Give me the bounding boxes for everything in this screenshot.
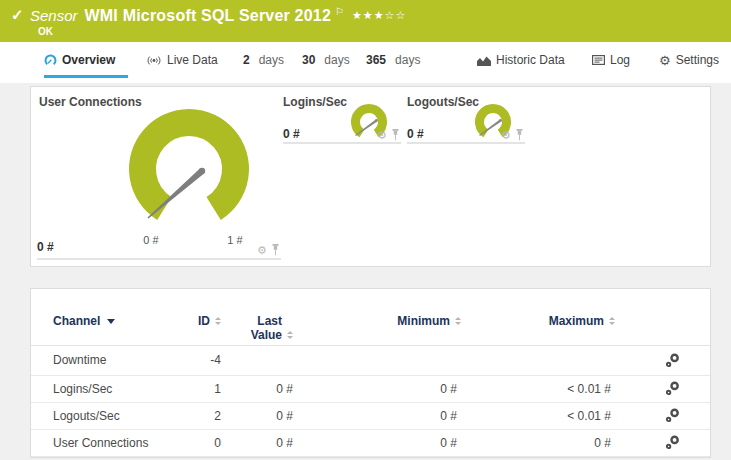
tab-2-days[interactable]: 2 days — [243, 53, 284, 67]
edit-channel-button[interactable] — [661, 429, 683, 456]
active-tab-underline — [44, 75, 128, 78]
tab-bar: Overview Live Data 2 days 30 days 365 — [0, 42, 731, 83]
gauge-settings-gear-icon[interactable]: ⚙ — [501, 130, 511, 141]
live-broadcast-icon — [146, 55, 162, 66]
tab-overview[interactable]: Overview — [44, 53, 115, 67]
sort-toggle-icon — [455, 317, 461, 325]
tab-log[interactable]: Log — [592, 53, 630, 67]
edit-channel-button[interactable] — [661, 375, 683, 402]
table-row-downtime: Downtime -4 — [31, 345, 710, 376]
gauges-panel: User Connections 0 # 1 # 0 # ⚙ Logins/Se… — [30, 86, 711, 267]
column-header-channel-label: Channel — [53, 314, 100, 328]
channel-minimum: 0 # — [351, 375, 457, 402]
gauge-divider — [407, 142, 525, 144]
gauge-logouts-value: 0 # — [407, 127, 424, 141]
channel-minimum: 0 # — [351, 402, 457, 429]
column-header-channel[interactable]: Channel — [53, 314, 115, 328]
tab-live-data[interactable]: Live Data — [146, 53, 218, 67]
column-header-maximum[interactable]: Maximum — [501, 314, 615, 328]
channel-last-value: 0 # — [231, 375, 293, 402]
tab-365-days-unit: days — [395, 53, 420, 67]
channel-id: 2 — [171, 402, 221, 429]
tab-365-days-number: 365 — [366, 53, 386, 67]
gauge-settings-gear-icon[interactable]: ⚙ — [377, 130, 387, 141]
tab-365-days[interactable]: 365 days — [366, 53, 420, 67]
channel-id: -4 — [171, 345, 221, 375]
channel-name[interactable]: User Connections — [53, 429, 183, 456]
gears-icon — [665, 381, 680, 396]
gauge-corner-icons: ⚙ — [257, 244, 280, 256]
pin-icon[interactable] — [271, 244, 280, 256]
tab-30-days-unit: days — [324, 53, 349, 67]
channel-last-value: 0 # — [231, 429, 293, 456]
gauge-settings-gear-icon[interactable]: ⚙ — [257, 245, 267, 256]
channel-maximum: < 0.01 # — [501, 375, 611, 402]
user-connections-gauge[interactable] — [127, 107, 253, 233]
gauge-corner-icons: ⚙ — [501, 129, 524, 141]
channel-maximum: 0 # — [501, 429, 611, 456]
pin-icon[interactable] — [391, 129, 400, 141]
tab-2-days-unit: days — [259, 53, 284, 67]
column-header-id-label: ID — [198, 314, 210, 328]
channel-maximum — [501, 345, 611, 375]
sort-toggle-icon — [287, 331, 293, 339]
table-row-user-connections: User Connections 0 0 # 0 # 0 # — [31, 429, 710, 457]
log-list-icon — [592, 55, 605, 65]
tab-30-days[interactable]: 30 days — [302, 53, 350, 67]
gears-icon — [665, 353, 680, 368]
priority-stars[interactable]: ★★★☆☆ — [352, 9, 406, 22]
sort-toggle-icon — [609, 317, 615, 325]
table-header-row: Channel ID Last Value Minimum Maximum — [31, 289, 710, 346]
table-row-logouts-sec: Logouts/Sec 2 0 # 0 # < 0.01 # — [31, 402, 710, 430]
sensor-title-row: Sensor WMI Microsoft SQL Server 2012 ⚐ ★… — [30, 7, 406, 25]
column-header-last-value-label: Last Value — [226, 314, 282, 342]
channel-last-value — [231, 345, 293, 375]
tab-live-data-label: Live Data — [167, 53, 218, 67]
gauge-corner-icons: ⚙ — [377, 129, 400, 141]
gears-icon — [665, 435, 680, 450]
flag-icon[interactable]: ⚐ — [335, 6, 344, 17]
tab-settings-label: Settings — [676, 53, 719, 67]
channel-name[interactable]: Logouts/Sec — [53, 402, 183, 429]
column-header-minimum[interactable]: Minimum — [351, 314, 461, 328]
gauge-logouts-title: Logouts/Sec — [407, 95, 479, 109]
tab-log-label: Log — [610, 53, 630, 67]
gauge-icon — [44, 54, 57, 67]
edit-channel-button[interactable] — [661, 345, 683, 375]
tab-2-days-number: 2 — [243, 53, 250, 67]
gauge-divider — [283, 142, 401, 144]
pin-icon[interactable] — [515, 129, 524, 141]
prtg-sensor-page: ✓ Sensor WMI Microsoft SQL Server 2012 ⚐… — [0, 0, 731, 460]
column-header-last-value[interactable]: Last Value — [221, 314, 293, 342]
channel-id: 0 — [171, 429, 221, 456]
gears-icon — [665, 408, 680, 423]
status-ok-check-icon: ✓ — [11, 6, 24, 24]
channel-name[interactable]: Downtime — [53, 345, 183, 375]
tab-overview-label: Overview — [62, 53, 115, 67]
channels-table-panel: Channel ID Last Value Minimum Maximum Do… — [30, 288, 711, 458]
edit-channel-button[interactable] — [661, 402, 683, 429]
sensor-status-header: ✓ Sensor WMI Microsoft SQL Server 2012 ⚐… — [0, 0, 731, 42]
channel-name[interactable]: Logins/Sec — [53, 375, 183, 402]
channel-id: 1 — [171, 375, 221, 402]
column-header-maximum-label: Maximum — [549, 314, 604, 328]
table-row-logins-sec: Logins/Sec 1 0 # 0 # < 0.01 # — [31, 375, 710, 403]
gauge-divider — [37, 258, 281, 260]
sensor-title: WMI Microsoft SQL Server 2012 — [85, 7, 331, 25]
gauge-user-connections-value: 0 # — [37, 240, 54, 254]
sensor-kind-label: Sensor — [30, 7, 78, 24]
column-header-id[interactable]: ID — [161, 314, 221, 328]
gauge-logins-value: 0 # — [283, 127, 300, 141]
area-chart-icon — [477, 55, 491, 66]
tab-historic-data-label: Historic Data — [496, 53, 565, 67]
gauge-scale-min-label: 0 # — [131, 234, 171, 246]
sensor-status-text: OK — [38, 26, 53, 37]
channel-last-value: 0 # — [231, 402, 293, 429]
sort-descending-icon — [107, 319, 115, 324]
channel-maximum: < 0.01 # — [501, 402, 611, 429]
gauge-logins-title: Logins/Sec — [283, 95, 347, 109]
gauge-scale-max-label: 1 # — [215, 234, 255, 246]
settings-gear-icon: ⚙ — [659, 54, 671, 67]
tab-historic-data[interactable]: Historic Data — [477, 53, 565, 67]
tab-settings[interactable]: ⚙ Settings — [659, 53, 719, 67]
